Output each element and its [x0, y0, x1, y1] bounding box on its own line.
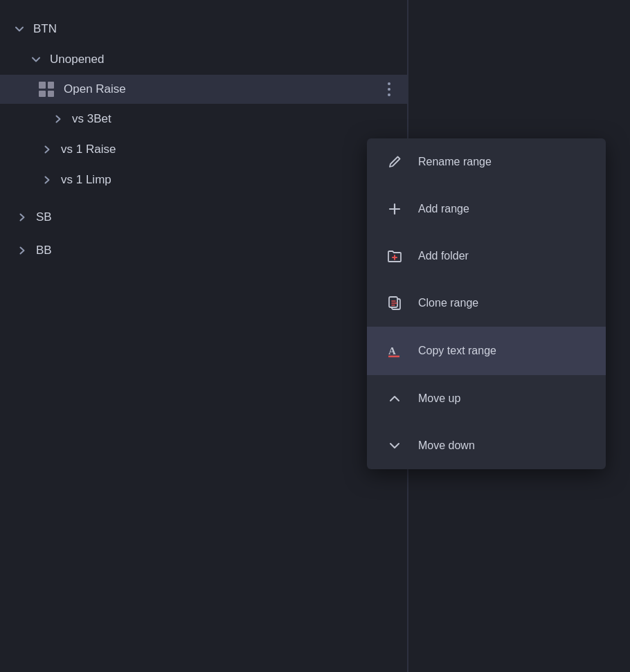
folder-plus-icon — [384, 245, 406, 267]
rename-range-label: Rename range — [418, 156, 492, 168]
text-copy-icon: A — [384, 340, 406, 362]
sidebar-item-unopened[interactable]: Unopened — [0, 44, 408, 75]
move-down-label: Move down — [418, 439, 475, 452]
vs-3bet-chevron-icon — [50, 111, 66, 127]
vs-1-raise-label: vs 1 Raise — [61, 143, 116, 156]
vs-1-limp-label: vs 1 Limp — [61, 173, 111, 187]
add-range-label: Add range — [418, 203, 469, 215]
menu-item-rename-range[interactable]: Rename range — [367, 138, 606, 185]
unopened-label: Unopened — [50, 53, 104, 66]
grid-icon — [39, 82, 54, 97]
btn-chevron-icon — [11, 21, 28, 37]
three-dots-button[interactable] — [384, 78, 395, 100]
copy-text-range-label: Copy text range — [418, 345, 496, 357]
sidebar: BTN Unopened Open Raise vs 3Bet — [0, 0, 408, 672]
sb-label: SB — [36, 210, 52, 224]
pencil-icon — [384, 151, 406, 173]
context-menu: Rename range Add range Add folder — [367, 138, 606, 469]
unopened-chevron-icon — [28, 51, 44, 68]
menu-item-copy-text-range[interactable]: A Copy text range — [367, 327, 606, 374]
bb-chevron-icon — [14, 242, 30, 259]
sidebar-item-btn[interactable]: BTN — [0, 14, 408, 44]
vs-3bet-label: vs 3Bet — [72, 112, 111, 126]
menu-item-move-up[interactable]: Move up — [367, 375, 606, 422]
chevron-up-icon — [384, 388, 406, 410]
sidebar-item-open-raise[interactable]: Open Raise — [0, 75, 408, 104]
plus-icon — [384, 198, 406, 220]
add-folder-label: Add folder — [418, 250, 469, 262]
move-up-label: Move up — [418, 392, 460, 405]
open-raise-label: Open Raise — [64, 82, 126, 96]
vs-1-raise-chevron-icon — [39, 141, 55, 158]
sidebar-item-vs-3bet[interactable]: vs 3Bet — [0, 104, 408, 134]
menu-item-add-range[interactable]: Add range — [367, 185, 606, 233]
clone-range-label: Clone range — [418, 297, 478, 309]
menu-item-add-folder[interactable]: Add folder — [367, 233, 606, 280]
sidebar-item-bb[interactable]: BB — [0, 235, 408, 266]
bb-label: BB — [36, 244, 52, 257]
clone-icon — [384, 292, 406, 314]
menu-item-clone-range[interactable]: Clone range — [367, 280, 606, 327]
svg-text:A: A — [388, 345, 396, 356]
sidebar-item-vs-1-limp[interactable]: vs 1 Limp — [0, 165, 408, 195]
sb-chevron-icon — [14, 209, 30, 226]
sidebar-item-sb[interactable]: SB — [0, 202, 408, 233]
vs-1-limp-chevron-icon — [39, 172, 55, 188]
chevron-down-icon — [384, 435, 406, 457]
menu-item-move-down[interactable]: Move down — [367, 422, 606, 469]
sidebar-item-vs-1-raise[interactable]: vs 1 Raise — [0, 134, 408, 165]
btn-label: BTN — [33, 22, 57, 36]
